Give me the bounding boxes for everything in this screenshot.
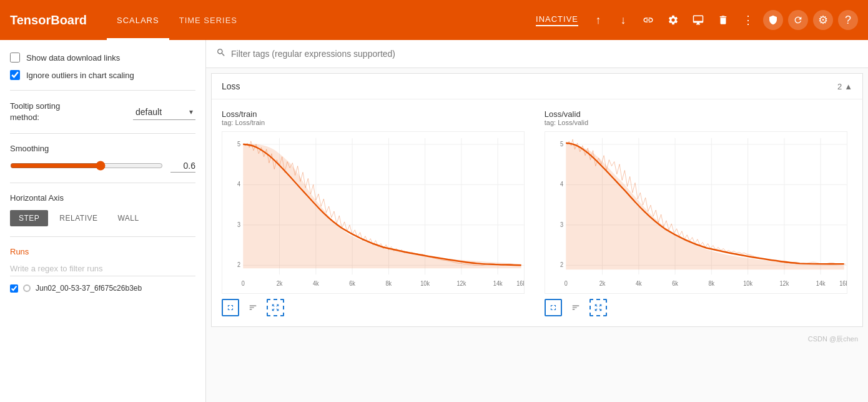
tooltip-select[interactable]: default ascending descending nearest	[133, 104, 195, 120]
main-nav: SCALARS TIME SERIES	[107, 0, 322, 40]
svg-text:5: 5	[560, 140, 563, 148]
show-download-row: Show data download links	[10, 53, 195, 63]
monitor-icon[interactable]	[688, 10, 708, 30]
fit-icon[interactable]	[267, 299, 284, 316]
chevron-up-icon[interactable]: ▲	[844, 82, 852, 91]
smoothing-slider[interactable]	[10, 161, 163, 171]
svg-text:8k: 8k	[386, 279, 393, 287]
status-badge: INACTIVE	[536, 14, 578, 26]
svg-text:3: 3	[560, 221, 563, 228]
smoothing-slider-row: 0.6	[10, 161, 195, 173]
delete-icon[interactable]	[713, 10, 733, 30]
settings-icon[interactable]	[663, 10, 683, 30]
lines-valid-icon[interactable]	[567, 299, 584, 316]
svg-text:10k: 10k	[743, 279, 753, 287]
svg-text:0: 0	[242, 279, 245, 287]
svg-text:0: 0	[565, 279, 568, 287]
ignore-outliers-row: Ignore outliers in chart scaling	[10, 70, 195, 80]
svg-text:12k: 12k	[457, 279, 467, 287]
section-count: 2 ▲	[837, 82, 852, 91]
sidebar: Show data download links Ignore outliers…	[0, 40, 206, 402]
tooltip-label-line2: method:	[10, 112, 128, 123]
chart-train-title: Loss/train	[222, 109, 525, 119]
chart-valid-svg: 5 4 3 2 0 2k 4k 6k 8k 10k 12k 1	[545, 132, 847, 293]
app-layout: Show data download links Ignore outliers…	[0, 40, 868, 402]
svg-text:5: 5	[237, 140, 240, 148]
download-icon[interactable]: ↓	[613, 10, 633, 30]
header: TensorBoard SCALARS TIME SERIES INACTIVE…	[0, 0, 868, 40]
ignore-outliers-checkbox[interactable]	[10, 70, 20, 80]
divider-1	[10, 90, 195, 91]
relative-button[interactable]: RELATIVE	[51, 210, 106, 226]
svg-text:4: 4	[560, 181, 563, 188]
app-logo: TensorBoard	[10, 13, 87, 28]
chart-valid-subtitle: tag: Loss/valid	[545, 119, 847, 126]
tooltip-row: Tooltip sorting method: default ascendin…	[10, 101, 195, 123]
svg-rect-1	[222, 132, 243, 293]
chart-train-controls	[222, 299, 525, 316]
refresh-icon[interactable]	[788, 10, 808, 30]
horiz-axis-btn-group: STEP RELATIVE WALL	[10, 210, 195, 226]
tooltip-label-line1: Tooltip sorting	[10, 101, 128, 112]
svg-text:8k: 8k	[708, 279, 715, 287]
runs-label: Runs	[10, 247, 195, 256]
run-name: Jun02_00-53-37_6f675c26b3eb	[36, 284, 142, 293]
svg-text:2: 2	[237, 261, 240, 269]
expand-icon[interactable]	[222, 299, 239, 316]
divider-3	[10, 183, 195, 183]
svg-text:2k: 2k	[599, 279, 606, 287]
svg-text:2k: 2k	[277, 279, 284, 287]
svg-text:16k: 16k	[516, 279, 524, 287]
shield-icon[interactable]	[763, 10, 783, 30]
nav-time-series[interactable]: TIME SERIES	[169, 0, 247, 40]
fit-valid-icon[interactable]	[589, 299, 607, 316]
section-header: Loss 2 ▲	[212, 74, 862, 99]
svg-text:6k: 6k	[672, 279, 679, 287]
horiz-axis-label: Horizontal Axis	[10, 193, 195, 203]
run-color-circle	[23, 284, 31, 292]
chart-train-subtitle: tag: Loss/train	[222, 119, 525, 126]
filter-input[interactable]	[231, 49, 858, 59]
svg-text:14k: 14k	[816, 279, 826, 287]
svg-text:4k: 4k	[636, 279, 643, 287]
more-icon[interactable]: ⋮	[738, 10, 758, 30]
svg-text:14k: 14k	[493, 279, 503, 287]
header-icons: ↑ ↓ ⋮ ⚙ ?	[588, 10, 858, 30]
svg-text:10k: 10k	[420, 279, 430, 287]
runs-filter[interactable]: Write a regex to filter runs	[10, 264, 195, 276]
ignore-outliers-label: Ignore outliers in chart scaling	[26, 71, 134, 80]
show-download-label: Show data download links	[26, 53, 120, 63]
run-checkbox[interactable]	[10, 284, 18, 293]
chart-train-area: 5 4 3 2 0 2k 4k 6k 8k 10k 12k 1	[222, 131, 525, 294]
run-item: Jun02_00-53-37_6f675c26b3eb	[10, 284, 195, 293]
chart-loss-valid: Loss/valid tag: Loss/valid	[545, 109, 847, 316]
svg-text:3: 3	[237, 221, 240, 228]
link-icon[interactable]	[638, 10, 658, 30]
help-icon[interactable]: ?	[838, 10, 858, 30]
svg-text:12k: 12k	[779, 279, 789, 287]
charts-row: Loss/train tag: Loss/train	[212, 99, 862, 326]
gear2-icon[interactable]: ⚙	[813, 10, 833, 30]
smoothing-value: 0.6	[170, 161, 195, 173]
svg-text:6k: 6k	[349, 279, 356, 287]
loss-section: Loss 2 ▲ Loss/train tag: Loss/train	[211, 73, 863, 327]
watermark: CSDN @辰chen	[206, 332, 868, 349]
svg-rect-27	[545, 132, 566, 293]
smoothing-label: Smoothing	[10, 144, 195, 153]
search-icon	[216, 48, 226, 60]
upload-icon[interactable]: ↑	[588, 10, 608, 30]
chart-loss-train: Loss/train tag: Loss/train	[222, 109, 525, 316]
chart-valid-area: 5 4 3 2 0 2k 4k 6k 8k 10k 12k 1	[545, 131, 847, 294]
expand-valid-icon[interactable]	[545, 299, 562, 316]
svg-text:4k: 4k	[313, 279, 320, 287]
chart-train-svg: 5 4 3 2 0 2k 4k 6k 8k 10k 12k 1	[222, 132, 524, 293]
main-content: Loss 2 ▲ Loss/train tag: Loss/train	[206, 40, 868, 402]
filter-bar	[206, 40, 868, 68]
divider-4	[10, 236, 195, 237]
step-button[interactable]: STEP	[10, 210, 48, 226]
nav-scalars[interactable]: SCALARS	[107, 0, 169, 40]
show-download-checkbox[interactable]	[10, 53, 20, 63]
lines-icon[interactable]	[244, 299, 262, 316]
wall-button[interactable]: WALL	[109, 210, 147, 226]
divider-2	[10, 133, 195, 134]
